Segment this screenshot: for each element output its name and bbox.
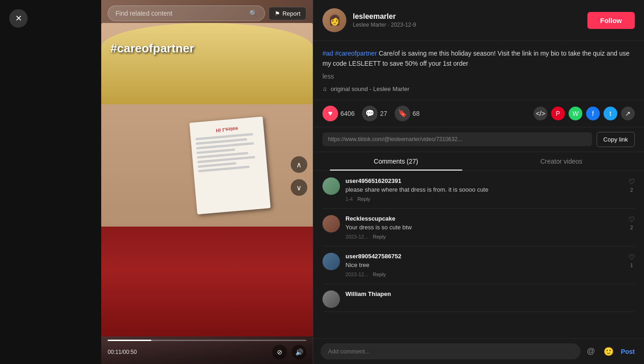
up-arrow-icon: ∧ [296,160,302,169]
comment-username[interactable]: user8905427586752 [345,253,623,260]
search-icon: 🔍 [249,10,257,17]
like-action[interactable]: ♥ 6406 [322,106,355,121]
avatar-emoji: 👩 [328,14,341,26]
video-panel: Find related content 🔍 ⚑ Report #careofp… [101,0,313,364]
left-background [0,0,101,364]
comment-text: please share where that dress is from. i… [345,186,623,194]
nav-down-button[interactable]: ∨ [291,179,307,196]
post-tag2[interactable]: #careofpartner [335,50,377,57]
comment-like[interactable]: ♡ 1 [628,253,635,268]
paper-card-lines [196,132,263,175]
sound-name[interactable]: original sound - Leslee Marler [331,85,409,92]
nav-up-button[interactable]: ∧ [291,156,307,173]
post-comment-button[interactable]: Post [619,348,637,355]
comment-username[interactable]: William Thiapen [345,290,635,297]
control-icons: ⊘ 🔊 [272,345,306,359]
comment-username[interactable]: Recklesscupcake [345,215,623,222]
comment-meta: 2023-12... Reply [345,272,623,277]
comment-reply-button[interactable]: Reply [373,234,386,239]
sound-row: ♫ original sound - Leslee Marler [322,85,635,92]
search-bar[interactable]: Find related content 🔍 [108,6,265,21]
like-count: 6406 [340,110,355,117]
profile-info: lesleemarler Leslee Marler · 2023-12-9 [353,12,581,28]
comment-like-count: 2 [630,225,633,230]
twitter-icon: t [610,110,611,117]
comment-reply-button[interactable]: Reply [373,272,386,277]
tabs-row: Comments (27) Creator videos [313,152,644,171]
music-note-icon: ♫ [322,85,327,92]
video-controls: 00:11/00:50 ⊘ 🔊 [101,336,313,364]
comment-reply-button[interactable]: Reply [357,196,370,202]
no-subtitle-button[interactable]: ⊘ [272,345,287,359]
facebook-icon: f [592,110,594,117]
comment-heart-icon: ♡ [628,177,635,186]
copy-link-button[interactable]: Copy link [597,132,635,147]
search-placeholder: Find related content [115,10,172,17]
link-row: https://www.tiktok.com/@lesleemarler/vid… [313,127,644,152]
comment-input[interactable] [321,343,581,359]
comment-content: user8905427586752 Nice tree 2023-12... R… [345,253,623,277]
comment-content: Recklesscupcake Your dress is so cute bt… [345,215,623,239]
share-icons: </> P W f t ↗ [534,107,635,120]
embed-button[interactable]: </> [534,107,547,120]
profile-header: 👩 lesleemarler Leslee Marler · 2023-12-9… [313,0,644,41]
whatsapp-button[interactable]: W [569,107,582,120]
comment-item: Recklesscupcake Your dress is so cute bt… [322,209,635,246]
comment-action[interactable]: 💬 27 [362,106,387,121]
comment-heart-icon: ♡ [628,215,635,224]
post-tags-line: #ad #careofpartner Care/of is saving me … [322,48,635,69]
comment-input-row: @ 🙂 Post [313,338,644,364]
time-display: 00:11/00:50 [108,349,137,355]
down-arrow-icon: ∨ [296,183,302,192]
bookmark-count: 68 [413,110,420,117]
progress-bar[interactable] [108,340,306,341]
person-dress [101,227,313,336]
video-top-bar: Find related content 🔍 ⚑ Report [101,0,313,27]
like-icon-circle: ♥ [322,106,338,121]
twitter-button[interactable]: t [604,107,617,120]
comment-count: 27 [380,110,387,117]
more-share-button[interactable]: ↗ [621,107,635,120]
comment-avatar [322,177,340,195]
paper-card-header: Hi Leslee [216,126,238,133]
comment-like-count: 2 [630,187,633,193]
hashtag-overlay: #careofpartner [110,41,194,56]
comment-like[interactable]: ♡ 2 [628,215,635,230]
profile-subline: Leslee Marler · 2023-12-9 [353,22,581,28]
actions-row: ♥ 6406 💬 27 🔖 68 </> P W f t [313,100,644,127]
comment-like[interactable]: ♡ 2 [628,177,635,193]
pinterest-button[interactable]: P [551,107,565,120]
tab-comments[interactable]: Comments (27) [313,152,479,171]
volume-button[interactable]: 🔊 [292,345,306,359]
mention-button[interactable]: @ [584,345,598,358]
comment-username[interactable]: user4956516202391 [345,177,623,184]
bookmark-icon-circle: 🔖 [395,106,410,121]
comment-heart-icon: ♡ [628,253,635,262]
emoji-button[interactable]: 🙂 [602,345,615,358]
tab-creator-videos[interactable]: Creator videos [479,152,644,171]
report-flag-icon: ⚑ [275,10,280,17]
close-button[interactable]: ✕ [9,9,28,28]
embed-icon: </> [536,110,545,117]
follow-button[interactable]: Follow [587,12,635,29]
comment-icon-circle: 💬 [362,106,378,121]
facebook-button[interactable]: f [586,107,600,120]
less-button[interactable]: less [322,73,635,80]
profile-username[interactable]: lesleemarler [353,12,581,21]
report-button[interactable]: ⚑ Report [269,7,306,20]
at-icon: @ [587,347,595,356]
comment-item: user8905427586752 Nice tree 2023-12... R… [322,246,635,284]
comment-date: 2023-12... [345,234,368,239]
comment-text: Your dress is so cute btw [345,223,623,232]
profile-date: 2023-12-9 [391,22,416,28]
more-share-icon: ↗ [625,110,631,117]
close-icon: ✕ [15,13,22,23]
volume-icon: 🔊 [295,348,303,356]
report-label: Report [282,10,300,17]
link-url-display: https://www.tiktok.com/@lesleemarler/vid… [322,132,592,146]
comment-like-count: 1 [630,262,633,268]
comment-content: William Thiapen [345,290,635,299]
bookmark-action[interactable]: 🔖 68 [395,106,420,121]
post-tag1[interactable]: #ad [322,50,333,57]
comment-avatar [322,253,340,270]
